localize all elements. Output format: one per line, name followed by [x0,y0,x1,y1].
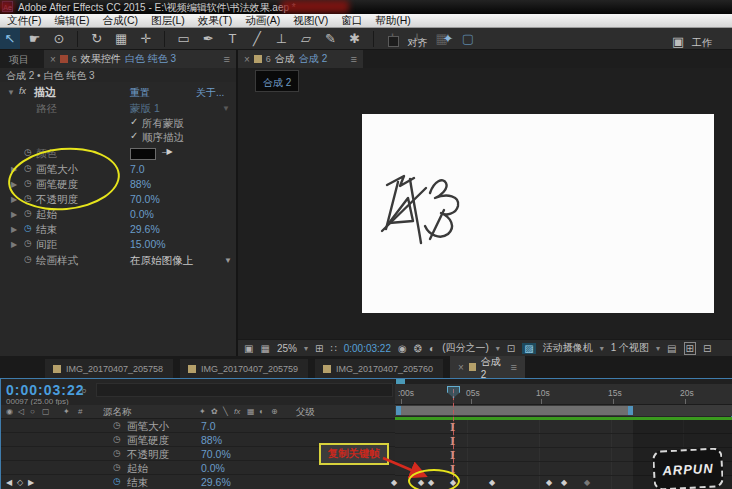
end-value[interactable]: 29.6% [130,223,160,235]
tab-comp-timeline[interactable]: × 合成 2 ≡ [450,356,525,378]
motion-blur-column-icon[interactable]: ◐ [259,407,264,416]
magnification-dropdown[interactable]: 25% [277,343,297,354]
color-swatch[interactable] [130,148,156,160]
menu-view[interactable]: 视图(V) [293,14,328,28]
collapse-icon[interactable]: ▼ [7,88,15,97]
chevron-down-icon[interactable]: ▼ [222,104,230,113]
start-value[interactable]: 0.0% [130,208,154,220]
menu-edit[interactable]: 编辑(E) [54,14,89,28]
resolution-dropdown[interactable]: (四分之一) [442,341,489,355]
menu-animation[interactable]: 动画(A) [245,14,280,28]
expand-icon[interactable]: ▶ [11,225,17,234]
sequential-checkbox[interactable]: ✓ [130,130,138,141]
paint-style-dropdown[interactable]: 在原始图像上 [130,254,193,268]
shy-icon[interactable]: ✦ [199,407,206,416]
spacing-value[interactable]: 15.00% [130,238,166,250]
current-time-display[interactable]: 0:00:03:22 [6,382,85,398]
menu-layer[interactable]: 图层(L) [151,14,185,28]
panel-menu-icon[interactable]: ≡ [351,53,357,65]
mask-visibility-icon[interactable]: ∷ [330,343,336,354]
eye-icon[interactable]: ◉ [6,407,13,416]
expand-icon[interactable]: ▶ [11,210,17,219]
workspace-group[interactable]: ▣ 工作 [672,31,712,52]
about-button[interactable]: 关于... [196,86,224,100]
source-name-column[interactable]: 源名称 [103,406,132,419]
tab-footage-3[interactable]: IMG_20170407_205760 [315,359,443,378]
stopwatch-active-icon[interactable]: ◷ [24,223,32,233]
3d-column-icon[interactable]: ⊕ [271,407,278,416]
zoom-tool-icon[interactable]: ⊙ [49,28,69,49]
text-tool-icon[interactable]: T [223,28,243,49]
chevron-down-icon[interactable]: ▾ [656,344,660,353]
transparency-grid-icon[interactable]: ▨ [522,343,535,354]
brush-hardness-value[interactable]: 88% [130,178,151,190]
keyframe-ibeam[interactable]: I [450,422,455,433]
tl-value[interactable]: 88% [201,434,222,446]
stopwatch-icon[interactable]: ◷ [113,420,121,430]
brush-size-value[interactable]: 7.0 [130,163,145,175]
roto-brush-tool-icon[interactable]: ✎ [320,28,340,49]
tl-value[interactable]: 29.6% [201,476,231,488]
collapse-switch-icon[interactable]: ✿ [211,407,218,416]
lock-column-icon[interactable]: ▢ [42,407,50,416]
menu-composition[interactable]: 合成(C) [102,14,138,28]
label-column-icon[interactable]: ✦ [63,407,70,416]
menu-file[interactable]: 文件(F) [7,14,41,28]
chevron-down-icon[interactable]: ▾ [496,344,500,353]
chevron-down-icon[interactable]: ▾ [304,344,308,353]
grid-options-icon[interactable]: ⊞ [315,343,323,354]
search-icon[interactable]: ⌕ [81,384,87,397]
chevron-down-icon[interactable]: ▾ [600,344,604,353]
tab-footage-2[interactable]: IMG_20170407_205759 [180,359,308,378]
close-icon[interactable]: × [50,54,56,65]
prev-keyframe-icon[interactable]: ◀ [6,478,12,487]
fx-column-icon[interactable]: fx [234,407,240,416]
rotate-tool-icon[interactable]: ↻ [87,28,107,49]
selection-tool-icon[interactable]: ↖ [0,28,20,49]
snap-option-2-icon[interactable]: ▢ [458,28,478,49]
tab-effect-controls[interactable]: × 6 效果控件 白色 纯色 3 ≡ [44,50,236,68]
camera-icon[interactable]: ◉ [398,343,407,354]
stopwatch-icon[interactable]: ◷ [113,448,121,458]
expand-icon[interactable]: ▶ [11,240,17,249]
panel-menu-icon[interactable]: ≡ [511,361,517,373]
tab-project[interactable]: 项目 [9,53,29,67]
fast-previews-icon[interactable]: ⊞ [684,342,696,355]
active-camera-dropdown[interactable]: 活动摄像机 [543,341,593,355]
menu-window[interactable]: 窗口 [341,14,362,28]
quality-icon[interactable]: ╲ [223,407,228,416]
snapshot-icon[interactable]: ▣ [244,343,253,354]
panel-menu-icon[interactable]: ≡ [224,53,230,65]
pixel-aspect-icon[interactable]: ▤ [667,343,676,354]
brush-tool-icon[interactable]: ╱ [247,28,267,49]
view-layout-dropdown[interactable]: 1 个视图 [611,341,649,355]
current-time-button[interactable]: 0:00:03:22 [344,343,391,354]
stopwatch-active-icon[interactable]: ◷ [113,476,121,486]
stopwatch-icon[interactable]: ◷ [24,254,32,264]
tab-composition[interactable]: × 6 合成 合成 2 ≡ [238,50,363,68]
channels-icon[interactable]: ◐ [429,343,435,354]
keyframe-diamond[interactable]: ◆ [489,478,495,487]
puppet-pin-tool-icon[interactable]: ✱ [345,28,365,49]
tl-value[interactable]: 7.0 [201,420,216,432]
eyedropper-icon[interactable]: –▶ [162,147,173,156]
work-area-start-handle[interactable] [396,406,401,415]
composition-canvas[interactable] [362,114,714,313]
region-of-interest-icon[interactable]: ⊡ [507,343,515,354]
timeline-button-icon[interactable]: ⊟ [703,343,711,354]
path-dropdown[interactable]: 蒙版 1 [130,102,160,116]
keyframe-diamond-dim[interactable]: ◆ [584,478,590,487]
eraser-tool-icon[interactable]: ▱ [296,28,316,49]
camera-tool-icon[interactable]: ▦ [111,28,131,49]
menu-help[interactable]: 帮助(H) [375,14,411,28]
audio-icon[interactable]: ◁ [18,407,24,416]
add-keyframe-icon[interactable]: ◇ [17,478,23,487]
work-area-bar[interactable] [396,406,633,415]
keyframe-diamond[interactable]: ◆ [561,478,567,487]
shape-tool-icon[interactable]: ▭ [174,28,194,49]
motion-blur-icon[interactable]: ❂ [414,343,422,354]
frame-blend-icon[interactable]: ▦ [247,407,255,416]
stopwatch-icon[interactable]: ◷ [113,434,121,444]
opacity-value[interactable]: 70.0% [130,193,160,205]
close-icon[interactable]: × [458,362,464,373]
